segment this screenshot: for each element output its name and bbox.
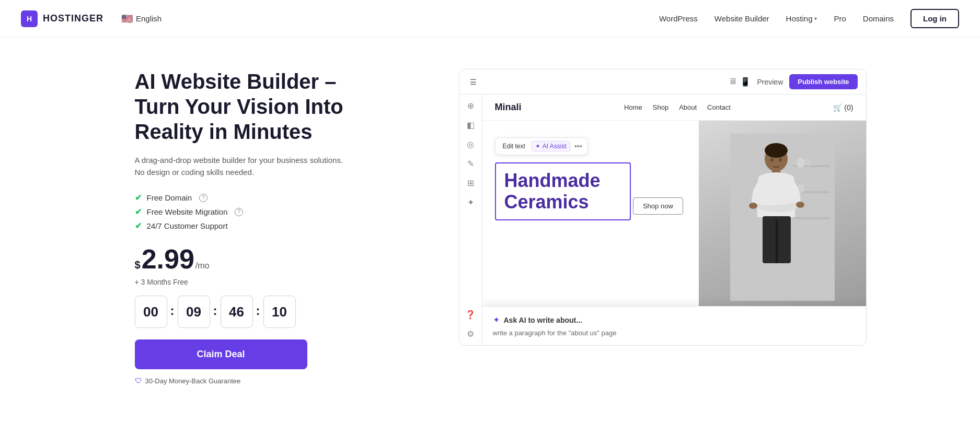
price-main: 2.99 bbox=[142, 245, 194, 273]
nav-domains[interactable]: Domains bbox=[863, 14, 894, 23]
plus-icon[interactable]: ✦ bbox=[467, 197, 474, 207]
person-svg bbox=[730, 134, 835, 301]
price-area: $ 2.99 /mo bbox=[135, 245, 386, 273]
bonus-text: + 3 Months Free bbox=[135, 278, 386, 286]
builder-preview: ☰ 🖥 📱 Preview Publish website ⊕ ◧ ◎ ✎ ⊞ … bbox=[459, 69, 867, 346]
features-list: ✔ Free Domain ? ✔ Free Website Migration… bbox=[135, 193, 386, 231]
check-icon: ✔ bbox=[135, 207, 142, 217]
shop-now-button[interactable]: Shop now bbox=[633, 197, 683, 215]
svg-point-5 bbox=[805, 158, 812, 166]
mobile-icon[interactable]: 📱 bbox=[740, 77, 751, 87]
feature-migration: ✔ Free Website Migration ? bbox=[135, 207, 386, 217]
timer-sep: : bbox=[213, 303, 217, 318]
logo-text: HOSTINGER bbox=[43, 13, 103, 24]
cart-icon[interactable]: 🛒 (0) bbox=[833, 103, 853, 112]
feature-support: ✔ 24/7 Customer Support bbox=[135, 221, 386, 231]
claim-deal-button[interactable]: Claim Deal bbox=[135, 339, 307, 369]
nav-wordpress[interactable]: WordPress bbox=[659, 14, 698, 23]
site-nav-links: Home Shop About Contact bbox=[624, 103, 731, 111]
toolbar-right: 🖥 📱 Preview Publish website bbox=[729, 74, 857, 89]
hero-left: Edit text ✦ AI Assist ••• HandmadeCerami… bbox=[482, 121, 699, 314]
device-icons: 🖥 📱 bbox=[729, 77, 751, 87]
site-logo: Minali bbox=[495, 102, 522, 113]
subtext: A drag-and-drop website builder for your… bbox=[135, 155, 386, 178]
feature-free-domain: ✔ Free Domain ? bbox=[135, 193, 386, 203]
hamburger-icon[interactable]: ☰ bbox=[468, 76, 479, 88]
builder-sidebar: ⊕ ◧ ◎ ✎ ⊞ ✦ ❓ ⚙ bbox=[459, 95, 482, 345]
check-icon: ✔ bbox=[135, 221, 142, 231]
layers-icon[interactable]: ◧ bbox=[467, 120, 475, 130]
preview-button[interactable]: Preview bbox=[757, 78, 783, 86]
ai-panel-title: Ask AI to write about... bbox=[504, 316, 582, 324]
svg-rect-3 bbox=[793, 217, 829, 219]
flag-icon: 🇺🇸 bbox=[121, 13, 133, 25]
logo-icon: H bbox=[21, 10, 38, 27]
header: H HOSTINGER 🇺🇸 English WordPress Website… bbox=[0, 0, 980, 38]
site-hero: Edit text ✦ AI Assist ••• HandmadeCerami… bbox=[482, 121, 866, 314]
more-options-button[interactable]: ••• bbox=[574, 142, 582, 150]
left-panel: AI Website Builder – Turn Your Vision In… bbox=[135, 69, 386, 385]
site-nav-about[interactable]: About bbox=[679, 103, 697, 111]
sparkle-icon: ✦ bbox=[535, 143, 540, 150]
site-nav-home[interactable]: Home bbox=[624, 103, 642, 111]
hero-image bbox=[699, 121, 866, 314]
nav-pro[interactable]: Pro bbox=[834, 14, 846, 23]
edit-toolbar: Edit text ✦ AI Assist ••• bbox=[495, 137, 588, 155]
nav-hosting[interactable]: Hosting ▾ bbox=[786, 14, 817, 23]
site-nav: Minali Home Shop About Contact 🛒 (0) bbox=[482, 95, 866, 121]
ai-assist-button[interactable]: ✦ AI Assist bbox=[532, 141, 570, 151]
timer-sep: : bbox=[256, 303, 260, 318]
site-heading: HandmadeCeramics bbox=[504, 170, 621, 213]
add-icon[interactable]: ⊕ bbox=[467, 101, 474, 111]
ai-star-icon: ✦ bbox=[493, 315, 500, 325]
timer-sep: : bbox=[170, 303, 175, 318]
main-nav: WordPress Website Builder Hosting ▾ Pro … bbox=[659, 9, 959, 28]
cart-sidebar-icon[interactable]: ⊞ bbox=[467, 178, 474, 188]
ai-panel-header: ✦ Ask AI to write about... bbox=[493, 315, 856, 325]
svg-point-15 bbox=[779, 158, 782, 162]
toolbar-left: ☰ bbox=[468, 76, 479, 88]
countdown-timer: 00 : 09 : 46 : 10 bbox=[135, 296, 386, 328]
svg-rect-13 bbox=[776, 220, 778, 263]
logo-area: H HOSTINGER 🇺🇸 English bbox=[21, 10, 162, 27]
desktop-icon[interactable]: 🖥 bbox=[729, 77, 737, 87]
question-icon[interactable]: ? bbox=[199, 194, 207, 202]
nav-website-builder[interactable]: Website Builder bbox=[714, 14, 769, 23]
svg-point-10 bbox=[796, 202, 804, 208]
question-icon[interactable]: ? bbox=[235, 208, 243, 216]
guarantee-text: 🛡 30-Day Money-Back Guarantee bbox=[135, 377, 386, 385]
edit-icon[interactable]: ✎ bbox=[467, 159, 474, 169]
price-mo: /mo bbox=[195, 261, 210, 271]
heading-block[interactable]: HandmadeCeramics bbox=[495, 162, 631, 220]
help-icon[interactable]: ❓ bbox=[465, 310, 476, 320]
site-nav-contact[interactable]: Contact bbox=[707, 103, 731, 111]
timer-minutes: 09 bbox=[178, 296, 210, 328]
language-selector[interactable]: 🇺🇸 English bbox=[121, 13, 162, 25]
site-nav-shop[interactable]: Shop bbox=[653, 103, 668, 111]
builder-toolbar: ☰ 🖥 📱 Preview Publish website bbox=[459, 69, 866, 95]
svg-point-4 bbox=[797, 158, 805, 168]
price-dollar: $ bbox=[135, 259, 141, 271]
builder-canvas: Minali Home Shop About Contact 🛒 (0) Edi bbox=[482, 95, 866, 345]
edit-text-button[interactable]: Edit text bbox=[501, 142, 527, 151]
page-title: AI Website Builder – Turn Your Vision In… bbox=[135, 69, 386, 144]
globe-icon[interactable]: ◎ bbox=[467, 139, 474, 149]
price-row: $ 2.99 /mo bbox=[135, 245, 386, 273]
chevron-down-icon: ▾ bbox=[814, 16, 817, 21]
timer-seconds: 46 bbox=[221, 296, 253, 328]
main-content: AI Website Builder – Turn Your Vision In… bbox=[72, 38, 908, 416]
timer-frames: 10 bbox=[263, 296, 296, 328]
svg-point-11 bbox=[765, 143, 788, 158]
login-button[interactable]: Log in bbox=[910, 9, 959, 28]
publish-button[interactable]: Publish website bbox=[789, 74, 857, 89]
lang-label: English bbox=[136, 14, 162, 23]
hero-photo bbox=[699, 121, 866, 314]
svg-point-14 bbox=[770, 158, 774, 162]
ai-suggestion-text: write a paragraph for the "about us" pag… bbox=[493, 329, 856, 337]
builder-body: ⊕ ◧ ◎ ✎ ⊞ ✦ ❓ ⚙ Minali Home Shop About bbox=[459, 95, 866, 345]
settings-icon[interactable]: ⚙ bbox=[467, 329, 474, 339]
check-icon: ✔ bbox=[135, 193, 142, 203]
timer-hours: 00 bbox=[135, 296, 167, 328]
svg-point-9 bbox=[749, 203, 757, 209]
shield-icon: 🛡 bbox=[135, 377, 142, 385]
